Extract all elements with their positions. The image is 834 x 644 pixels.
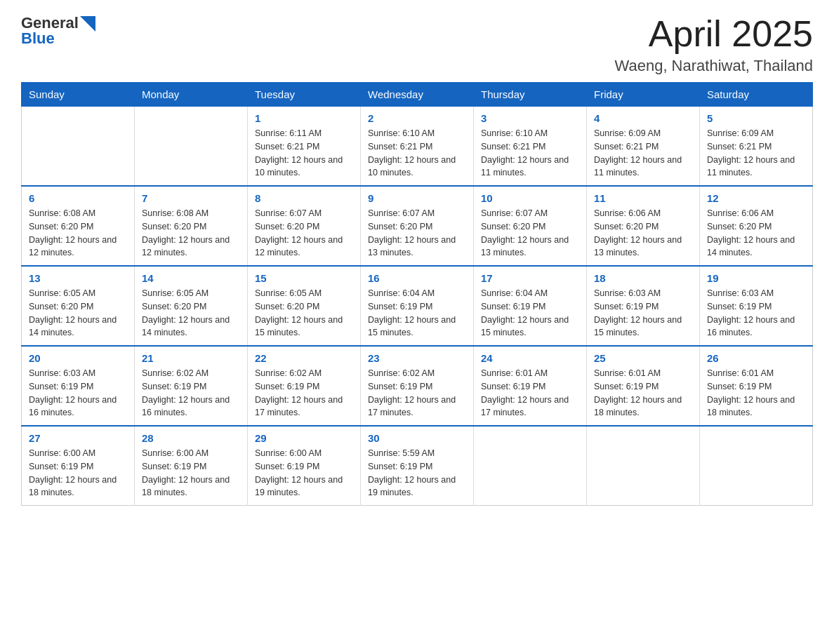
logo: General Blue [21, 14, 95, 48]
day-info: Sunrise: 6:01 AMSunset: 6:19 PMDaylight:… [594, 367, 692, 420]
day-info: Sunrise: 5:59 AMSunset: 6:19 PMDaylight:… [368, 447, 466, 499]
weekday-header-tuesday: Tuesday [248, 83, 361, 107]
calendar-cell: 4Sunrise: 6:09 AMSunset: 6:21 PMDaylight… [587, 107, 700, 187]
day-info: Sunrise: 6:03 AMSunset: 6:19 PMDaylight:… [29, 367, 127, 420]
calendar-cell: 26Sunrise: 6:01 AMSunset: 6:19 PMDayligh… [700, 346, 813, 426]
day-info: Sunrise: 6:05 AMSunset: 6:20 PMDaylight:… [142, 287, 240, 340]
day-number: 15 [255, 272, 353, 284]
svg-marker-0 [80, 16, 95, 32]
calendar-cell: 20Sunrise: 6:03 AMSunset: 6:19 PMDayligh… [22, 346, 135, 426]
calendar-cell: 10Sunrise: 6:07 AMSunset: 6:20 PMDayligh… [474, 186, 587, 266]
day-number: 10 [481, 192, 579, 204]
weekday-header-monday: Monday [135, 83, 248, 107]
calendar-cell: 14Sunrise: 6:05 AMSunset: 6:20 PMDayligh… [135, 266, 248, 346]
day-number: 11 [594, 192, 692, 204]
day-info: Sunrise: 6:05 AMSunset: 6:20 PMDaylight:… [255, 287, 353, 340]
calendar-cell: 24Sunrise: 6:01 AMSunset: 6:19 PMDayligh… [474, 346, 587, 426]
day-info: Sunrise: 6:01 AMSunset: 6:19 PMDaylight:… [481, 367, 579, 420]
weekday-header-saturday: Saturday [700, 83, 813, 107]
calendar-cell: 21Sunrise: 6:02 AMSunset: 6:19 PMDayligh… [135, 346, 248, 426]
day-info: Sunrise: 6:04 AMSunset: 6:19 PMDaylight:… [481, 287, 579, 340]
calendar-week-row: 20Sunrise: 6:03 AMSunset: 6:19 PMDayligh… [22, 346, 813, 426]
weekday-header-row: SundayMondayTuesdayWednesdayThursdayFrid… [22, 83, 813, 107]
day-info: Sunrise: 6:10 AMSunset: 6:21 PMDaylight:… [481, 127, 579, 180]
day-number: 12 [707, 192, 805, 204]
day-number: 25 [594, 352, 692, 364]
calendar-cell [22, 107, 135, 187]
calendar-cell [587, 426, 700, 506]
day-number: 24 [481, 352, 579, 364]
day-number: 9 [368, 192, 466, 204]
day-info: Sunrise: 6:01 AMSunset: 6:19 PMDaylight:… [707, 367, 805, 420]
day-number: 22 [255, 352, 353, 364]
calendar-cell: 12Sunrise: 6:06 AMSunset: 6:20 PMDayligh… [700, 186, 813, 266]
calendar-cell [700, 426, 813, 506]
day-info: Sunrise: 6:07 AMSunset: 6:20 PMDaylight:… [481, 207, 579, 260]
calendar-week-row: 1Sunrise: 6:11 AMSunset: 6:21 PMDaylight… [22, 107, 813, 187]
day-number: 30 [368, 432, 466, 444]
day-info: Sunrise: 6:00 AMSunset: 6:19 PMDaylight:… [29, 447, 127, 499]
day-number: 18 [594, 272, 692, 284]
month-title: April 2025 [615, 14, 814, 54]
day-number: 4 [594, 112, 692, 124]
location-title: Waeng, Narathiwat, Thailand [615, 57, 814, 75]
day-number: 28 [142, 432, 240, 444]
day-number: 1 [255, 112, 353, 124]
weekday-header-sunday: Sunday [22, 83, 135, 107]
day-number: 27 [29, 432, 127, 444]
calendar-cell: 9Sunrise: 6:07 AMSunset: 6:20 PMDaylight… [361, 186, 474, 266]
day-info: Sunrise: 6:02 AMSunset: 6:19 PMDaylight:… [368, 367, 466, 420]
calendar-cell: 30Sunrise: 5:59 AMSunset: 6:19 PMDayligh… [361, 426, 474, 506]
calendar-cell: 5Sunrise: 6:09 AMSunset: 6:21 PMDaylight… [700, 107, 813, 187]
weekday-header-friday: Friday [587, 83, 700, 107]
day-number: 29 [255, 432, 353, 444]
calendar-cell: 22Sunrise: 6:02 AMSunset: 6:19 PMDayligh… [248, 346, 361, 426]
day-number: 2 [368, 112, 466, 124]
calendar-cell: 23Sunrise: 6:02 AMSunset: 6:19 PMDayligh… [361, 346, 474, 426]
calendar-cell: 6Sunrise: 6:08 AMSunset: 6:20 PMDaylight… [22, 186, 135, 266]
calendar-cell: 15Sunrise: 6:05 AMSunset: 6:20 PMDayligh… [248, 266, 361, 346]
day-info: Sunrise: 6:06 AMSunset: 6:20 PMDaylight:… [707, 207, 805, 260]
day-info: Sunrise: 6:03 AMSunset: 6:19 PMDaylight:… [594, 287, 692, 340]
calendar-week-row: 27Sunrise: 6:00 AMSunset: 6:19 PMDayligh… [22, 426, 813, 506]
logo-blue-text: Blue [21, 29, 55, 48]
day-info: Sunrise: 6:10 AMSunset: 6:21 PMDaylight:… [368, 127, 466, 180]
day-info: Sunrise: 6:02 AMSunset: 6:19 PMDaylight:… [255, 367, 353, 420]
logo-triangle-icon [80, 16, 95, 32]
day-number: 3 [481, 112, 579, 124]
day-info: Sunrise: 6:04 AMSunset: 6:19 PMDaylight:… [368, 287, 466, 340]
day-number: 19 [707, 272, 805, 284]
weekday-header-wednesday: Wednesday [361, 83, 474, 107]
calendar-week-row: 13Sunrise: 6:05 AMSunset: 6:20 PMDayligh… [22, 266, 813, 346]
day-number: 7 [142, 192, 240, 204]
day-info: Sunrise: 6:09 AMSunset: 6:21 PMDaylight:… [594, 127, 692, 180]
day-info: Sunrise: 6:03 AMSunset: 6:19 PMDaylight:… [707, 287, 805, 340]
calendar-cell [135, 107, 248, 187]
day-info: Sunrise: 6:00 AMSunset: 6:19 PMDaylight:… [142, 447, 240, 499]
day-info: Sunrise: 6:08 AMSunset: 6:20 PMDaylight:… [29, 207, 127, 260]
day-number: 16 [368, 272, 466, 284]
day-info: Sunrise: 6:06 AMSunset: 6:20 PMDaylight:… [594, 207, 692, 260]
day-number: 13 [29, 272, 127, 284]
day-info: Sunrise: 6:05 AMSunset: 6:20 PMDaylight:… [29, 287, 127, 340]
calendar-cell: 13Sunrise: 6:05 AMSunset: 6:20 PMDayligh… [22, 266, 135, 346]
calendar-cell: 27Sunrise: 6:00 AMSunset: 6:19 PMDayligh… [22, 426, 135, 506]
calendar-cell: 29Sunrise: 6:00 AMSunset: 6:19 PMDayligh… [248, 426, 361, 506]
day-info: Sunrise: 6:11 AMSunset: 6:21 PMDaylight:… [255, 127, 353, 180]
day-info: Sunrise: 6:08 AMSunset: 6:20 PMDaylight:… [142, 207, 240, 260]
day-number: 5 [707, 112, 805, 124]
day-number: 20 [29, 352, 127, 364]
calendar-cell: 16Sunrise: 6:04 AMSunset: 6:19 PMDayligh… [361, 266, 474, 346]
day-info: Sunrise: 6:07 AMSunset: 6:20 PMDaylight:… [368, 207, 466, 260]
calendar-cell: 7Sunrise: 6:08 AMSunset: 6:20 PMDaylight… [135, 186, 248, 266]
day-number: 26 [707, 352, 805, 364]
day-number: 14 [142, 272, 240, 284]
calendar-week-row: 6Sunrise: 6:08 AMSunset: 6:20 PMDaylight… [22, 186, 813, 266]
day-number: 8 [255, 192, 353, 204]
day-info: Sunrise: 6:09 AMSunset: 6:21 PMDaylight:… [707, 127, 805, 180]
day-info: Sunrise: 6:07 AMSunset: 6:20 PMDaylight:… [255, 207, 353, 260]
calendar-cell: 28Sunrise: 6:00 AMSunset: 6:19 PMDayligh… [135, 426, 248, 506]
calendar-cell: 19Sunrise: 6:03 AMSunset: 6:19 PMDayligh… [700, 266, 813, 346]
calendar-cell: 1Sunrise: 6:11 AMSunset: 6:21 PMDaylight… [248, 107, 361, 187]
day-info: Sunrise: 6:02 AMSunset: 6:19 PMDaylight:… [142, 367, 240, 420]
